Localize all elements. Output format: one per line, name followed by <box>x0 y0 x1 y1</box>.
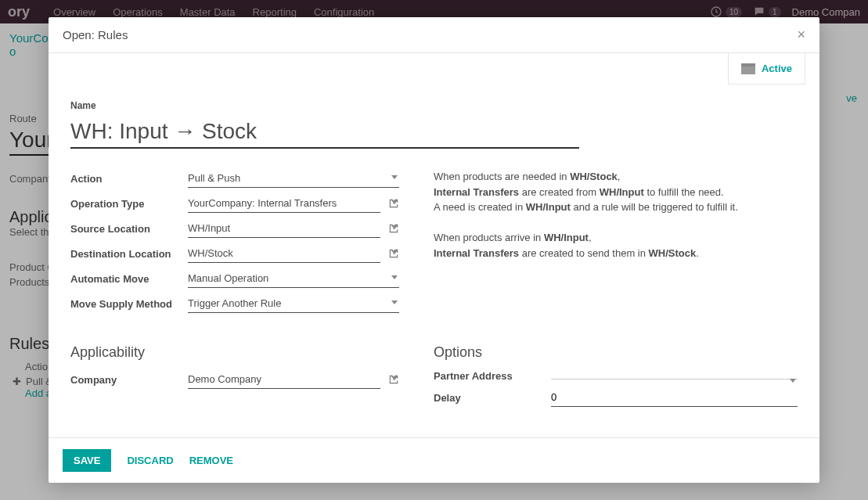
rules-modal: Open: Rules × Active Name Action Pull & … <box>49 17 819 483</box>
action-select[interactable]: Pull & Push <box>188 169 399 188</box>
source-location-select[interactable]: WH/Input <box>188 219 380 238</box>
chevron-down-icon <box>790 379 796 383</box>
close-icon[interactable]: × <box>797 27 805 43</box>
modal-title: Open: Rules <box>63 28 128 41</box>
chevron-down-icon <box>391 175 398 179</box>
name-input[interactable] <box>70 116 579 149</box>
automatic-move-select[interactable]: Manual Operation <box>188 269 399 288</box>
chevron-down-icon <box>391 300 398 304</box>
chevron-down-icon <box>391 275 398 279</box>
active-label: Active <box>762 63 792 74</box>
chevron-down-icon <box>391 250 398 254</box>
company-select[interactable]: Demo Company <box>188 370 380 389</box>
remove-button[interactable]: REMOVE <box>189 455 233 466</box>
modal-header: Open: Rules × <box>49 17 819 53</box>
archive-icon <box>741 63 755 74</box>
automatic-move-label: Automatic Move <box>70 273 188 285</box>
chevron-down-icon <box>391 225 398 229</box>
action-label: Action <box>70 173 188 185</box>
company-label: Company <box>70 374 188 386</box>
partner-address-label: Partner Address <box>434 370 551 382</box>
modal-footer: SAVE DISCARD REMOVE <box>49 437 819 483</box>
operation-type-select[interactable]: YourCompany: Internal Transfers <box>188 194 380 213</box>
save-button[interactable]: SAVE <box>63 449 111 472</box>
operation-type-label: Operation Type <box>70 198 188 210</box>
rule-description: When products are needed in WH/Stock, In… <box>434 169 798 261</box>
chevron-down-icon <box>391 200 398 204</box>
active-toggle[interactable]: Active <box>728 53 805 85</box>
delay-label: Delay <box>434 392 551 404</box>
destination-location-select[interactable]: WH/Stock <box>188 244 380 263</box>
applicability-heading: Applicability <box>70 344 399 361</box>
delay-input[interactable] <box>551 388 798 407</box>
chevron-down-icon <box>391 376 398 380</box>
discard-button[interactable]: DISCARD <box>127 455 173 466</box>
modal-body: Active Name Action Pull & Push Operation… <box>49 53 819 437</box>
partner-address-select[interactable] <box>551 372 798 379</box>
options-heading: Options <box>434 344 798 361</box>
destination-location-label: Destination Location <box>70 248 188 260</box>
supply-method-label: Move Supply Method <box>70 298 188 310</box>
name-label: Name <box>70 100 798 111</box>
supply-method-select[interactable]: Trigger Another Rule <box>188 294 399 313</box>
source-location-label: Source Location <box>70 223 188 235</box>
